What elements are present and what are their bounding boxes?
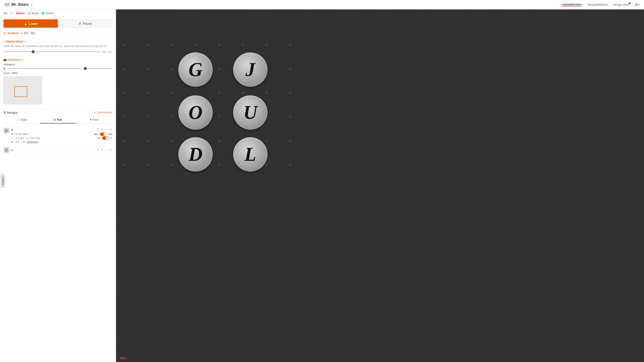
pause-button[interactable]: ⏸ Pause xyxy=(58,19,112,28)
mm-toggle[interactable] xyxy=(102,136,109,140)
position-arrows-icon: ✥ xyxy=(11,133,13,135)
design-row2-g: ✥ 274.5, 200.4 ABC ∂BA xyxy=(11,132,112,136)
width-icon: ↔ xyxy=(11,137,14,139)
design-item-o: o o ↺ ✎ + ✕ xyxy=(4,145,112,155)
pct-label: ∂BA xyxy=(108,133,112,135)
status-label: Status: xyxy=(16,11,25,15)
tab-form[interactable]: ♥ Form xyxy=(76,116,112,123)
nav-items: arbeitsbereich designbibliothek design-s… xyxy=(562,3,640,6)
duplicate-link-g[interactable]: duplizieren xyxy=(27,141,38,143)
g-x-y: 274.5, 200.4 xyxy=(15,133,28,135)
left-panel: [S] ⚡ Status: 🖨 Bereit 🌐 Online 🔥 Laser … xyxy=(0,9,116,362)
status-badge: [S] xyxy=(4,11,7,15)
g-grid: 1×1 xyxy=(15,141,19,143)
design-item-name-o: o xyxy=(11,148,95,152)
design-item-name-g: g xyxy=(11,128,95,131)
add-button-g[interactable]: + xyxy=(105,128,108,132)
circle-U[interactable]: U xyxy=(233,95,268,130)
status-online: 🌐 Online xyxy=(41,11,54,15)
design-item-actions-g: ↺ ✎ + ✕ xyxy=(96,128,112,132)
objekt-unit: mm xyxy=(108,50,112,53)
main-layout: [S] ⚡ Status: 🖨 Bereit 🌐 Online 🔥 Laser … xyxy=(0,9,644,362)
laser-icon: 🔥 xyxy=(24,22,28,25)
canvas-area[interactable]: + + + + + + + + + + + + + + + + + + + + … xyxy=(116,9,644,362)
power-icon: ⏻ xyxy=(635,3,638,6)
design-item-body-o: o ↺ ✎ + ✕ xyxy=(11,148,112,152)
vorschau-chevron: ▾ xyxy=(22,58,23,61)
close-button-g[interactable]: ✕ xyxy=(109,128,112,132)
letter-O: O xyxy=(189,103,203,122)
power-button[interactable]: ⏻ ▾ xyxy=(635,3,640,6)
objekt-value: 15 xyxy=(102,50,106,53)
objekt-slider-row: 15 mm xyxy=(4,50,112,53)
grid-icon: ⊞ xyxy=(11,141,13,143)
letter-G: G xyxy=(189,60,203,79)
g-height: 24.7 mm xyxy=(31,137,40,139)
circle-D[interactable]: D xyxy=(178,137,213,172)
brightness-low-icon: ◐ xyxy=(4,67,6,70)
zoom-text: Zoom: 286% xyxy=(4,72,112,75)
abc-toggle-knob xyxy=(104,133,106,136)
position-label[interactable]: Position: xyxy=(8,31,20,35)
laser-button[interactable]: 🔥 Laser xyxy=(4,19,58,28)
ready-icon: 🖨 xyxy=(28,11,30,15)
edit-button-o[interactable]: ✎ xyxy=(101,148,104,152)
design-item-icon-g: g xyxy=(4,128,10,134)
logo-text: Mr. Beam xyxy=(12,2,28,7)
circle-O[interactable]: O xyxy=(178,95,213,130)
nav-arbeitsbereich[interactable]: arbeitsbereich xyxy=(562,3,582,6)
objekt-hohe-label[interactable]: ≡ Objekt-Höhe: ▾ xyxy=(4,40,112,43)
brightness-slider-row: ◐ xyxy=(4,67,112,70)
reset-button[interactable]: ✕ Zurücksetzen xyxy=(94,111,112,114)
position-value: 507, 390 xyxy=(24,31,35,35)
brightness-slider[interactable] xyxy=(7,68,112,69)
svg-text:o: o xyxy=(6,149,7,151)
edit-button-g[interactable]: ✎ xyxy=(101,128,104,132)
circle-J[interactable]: J xyxy=(233,52,268,87)
designs-label: ☰ Designs xyxy=(4,111,18,114)
designs-icon: ☰ xyxy=(4,111,6,114)
vorschau-icon: 📷 xyxy=(4,58,7,61)
position-chevron[interactable]: ▾ xyxy=(21,32,22,34)
circle-L[interactable]: L xyxy=(233,137,268,172)
power-chevron: ▾ xyxy=(639,3,640,6)
position-section: ✥ Position: ▾ 507, 390 xyxy=(0,30,116,37)
minimap-viewport-rect xyxy=(14,86,27,97)
designs-section: ☰ Designs ✕ Zurücksetzen 📄 Datei A Text xyxy=(0,109,116,362)
nav-design-store[interactable]: design-store xyxy=(614,3,629,6)
online-icon: 🌐 xyxy=(41,11,45,15)
close-button-o[interactable]: ✕ xyxy=(109,148,112,152)
vorschau-label[interactable]: 📷 Vorschau: ▾ xyxy=(4,58,112,61)
undo-button-g[interactable]: ↺ xyxy=(96,128,100,132)
support-tab[interactable]: Support xyxy=(1,174,5,188)
mm-toggle-group: mm % xyxy=(97,136,112,140)
status-bar: [S] ⚡ Status: 🖨 Bereit 🌐 Online xyxy=(0,9,116,17)
add-button-o[interactable]: + xyxy=(105,148,108,152)
tab-datei[interactable]: 📄 Datei xyxy=(4,116,40,123)
design-row4-g: ⊞ 1×1 ⧉ duplizieren xyxy=(11,141,112,143)
objekt-icon: ≡ xyxy=(4,40,5,43)
undo-button-o[interactable]: ↺ xyxy=(96,148,100,152)
objekt-hohe-slider[interactable] xyxy=(4,51,100,52)
datei-icon: 📄 xyxy=(16,118,20,121)
design-tabs: 📄 Datei A Text ♥ Form xyxy=(4,116,112,124)
nav-designbibliothek[interactable]: designbibliothek xyxy=(588,3,608,6)
abc-label: ABC xyxy=(94,133,99,135)
position-move-icon: ✥ xyxy=(4,31,6,35)
abc-toggle[interactable] xyxy=(100,132,107,136)
duplicate-icon: ⧉ xyxy=(23,141,25,143)
link-icon: ∞ xyxy=(26,137,28,140)
circle-G[interactable]: G xyxy=(178,52,213,87)
svg-text:g: g xyxy=(6,129,7,132)
store-notification-dot xyxy=(629,2,631,4)
g-width: 6.7 mm xyxy=(16,137,24,139)
link-toggle-group: ∞ | 24.7 mm xyxy=(26,137,40,140)
letter-U: U xyxy=(244,103,258,122)
objekt-hohe-section: ≡ Objekt-Höhe: ▾ Stelle die Höhe der Obe… xyxy=(0,37,116,56)
vorschau-section: 📷 Vorschau: ▾ Helligkeit: ◐ Zoom: 286% xyxy=(0,56,116,109)
abc-toggle-group: ABC ∂BA xyxy=(94,132,112,136)
pause-icon: ⏸ xyxy=(78,22,82,25)
reset-icon: ✕ xyxy=(94,111,96,114)
logo-star: ✳ xyxy=(30,3,33,6)
tab-text[interactable]: A Text xyxy=(40,116,76,123)
